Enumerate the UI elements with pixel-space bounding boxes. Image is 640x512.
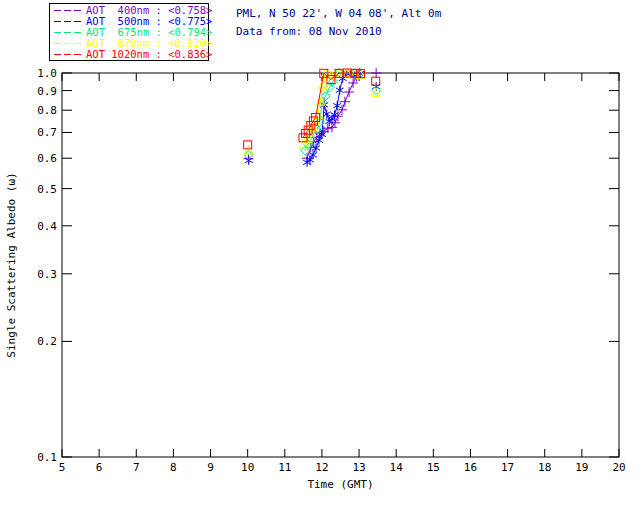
legend-box: AOT 400nm : <0.758>AOT 500nm : <0.775>AO… (49, 3, 209, 61)
legend-item-label: AOT 1020nm : <0.836> (86, 49, 212, 60)
legend-dash-line (54, 43, 81, 44)
x-tick-label: 19 (575, 461, 588, 474)
y-tick-label: 0.8 (37, 104, 57, 117)
x-tick-label: 5 (59, 461, 66, 474)
x-tick-label: 14 (390, 461, 404, 474)
legend-dash-line (54, 32, 81, 33)
x-tick-label: 18 (538, 461, 551, 474)
y-tick-label: 0.6 (37, 152, 57, 165)
y-tick-label: 0.4 (37, 220, 57, 233)
x-tick-label: 15 (427, 461, 440, 474)
legend-item: AOT 1020nm : <0.836> (54, 49, 204, 60)
x-tick-label: 9 (207, 461, 214, 474)
x-axis-title: Time (GMT) (307, 478, 373, 491)
legend-dash-line (54, 21, 81, 22)
x-tick-label: 16 (464, 461, 477, 474)
plot-area: 5678910111213141516171819200.10.20.30.40… (0, 0, 640, 512)
y-tick-label: 0.1 (37, 451, 57, 464)
ssa-plot-figure: 5678910111213141516171819200.10.20.30.40… (0, 0, 640, 512)
y-tick-label: 1.0 (37, 67, 57, 80)
y-tick-label: 0.3 (37, 268, 57, 281)
y-axis-title: Single Scattering Albedo (ω) (5, 172, 18, 357)
data-date: Data from: 08 Nov 2010 (236, 23, 441, 41)
legend-dash-line (54, 54, 81, 55)
x-tick-label: 10 (241, 461, 254, 474)
x-tick-label: 17 (501, 461, 514, 474)
series-aot-870nm (244, 69, 381, 155)
station-header: PML, N 50 22', W 04 08', Alt 0m Data fro… (236, 5, 441, 41)
series-aot-400nm (243, 68, 381, 164)
series-aot-500nm (245, 69, 380, 167)
x-tick-label: 13 (352, 461, 365, 474)
x-tick-label: 7 (133, 461, 140, 474)
x-tick-label: 20 (612, 461, 625, 474)
legend-dash-line (54, 10, 81, 11)
x-tick-label: 12 (315, 461, 328, 474)
y-tick-label: 0.5 (37, 183, 57, 196)
y-tick-label: 0.2 (37, 335, 57, 348)
x-tick-label: 8 (170, 461, 177, 474)
x-tick-label: 11 (278, 461, 291, 474)
x-tick-label: 6 (96, 461, 103, 474)
y-tick-label: 0.7 (37, 126, 57, 139)
y-tick-label: 0.9 (37, 85, 57, 98)
station-info: PML, N 50 22', W 04 08', Alt 0m (236, 5, 441, 23)
